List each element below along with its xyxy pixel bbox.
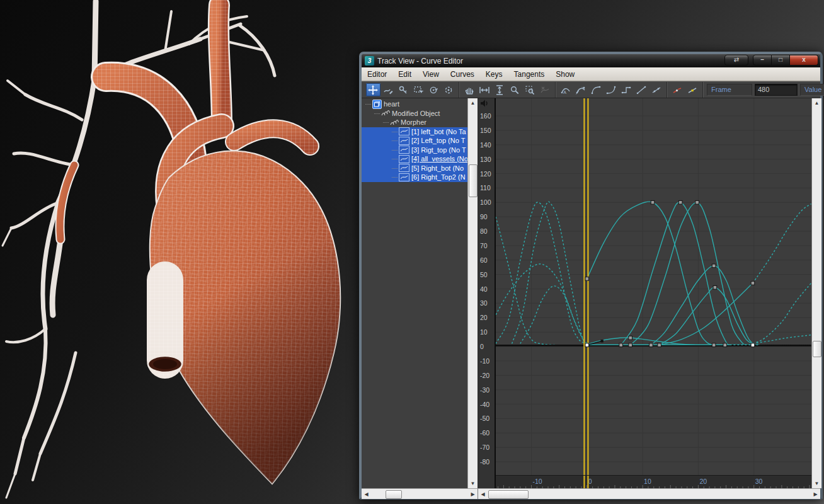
curve-scroll-thumb[interactable]	[813, 341, 821, 357]
tree-node[interactable]: [5] Right_bot (No	[362, 164, 467, 173]
move-keys-button[interactable]	[366, 83, 381, 96]
tree-node[interactable]: [6] Right_Top2 (N	[362, 173, 467, 182]
key[interactable]	[658, 343, 661, 347]
curve-solid-bell-3[interactable]	[631, 202, 747, 345]
mute-speaker-icon[interactable]	[480, 100, 489, 107]
pan-hand-button[interactable]	[462, 83, 477, 96]
menubar: EditorEditViewCurvesKeysTangentsShow	[362, 67, 820, 81]
unify-tangents-button[interactable]	[685, 83, 700, 96]
tree-node[interactable]: Modified Object	[362, 109, 467, 118]
scroll-right-arrow[interactable]: ▶	[468, 490, 478, 499]
tangent-handle[interactable]	[600, 340, 603, 342]
curve-vertical-scrollbar[interactable]: ▲ ▼	[811, 98, 821, 488]
menu-item-edit[interactable]: Edit	[392, 70, 417, 79]
menu-item-show[interactable]: Show	[550, 70, 580, 79]
key[interactable]	[619, 343, 623, 347]
break-tangents-button[interactable]	[670, 83, 685, 96]
tangent-smooth-button[interactable]	[649, 83, 664, 96]
value-axis-label: -70	[480, 444, 489, 451]
value-axis-label: 160	[480, 112, 491, 120]
scroll-right-arrow[interactable]: ▶	[811, 490, 820, 499]
cut-vessel-opening	[148, 280, 182, 372]
time-slider-line[interactable]	[587, 98, 588, 476]
tangent-spline-button[interactable]	[574, 83, 588, 96]
region-select-button[interactable]	[411, 83, 426, 96]
key[interactable]	[713, 285, 717, 289]
key[interactable]	[712, 343, 716, 347]
slide-keys-button[interactable]	[426, 83, 441, 96]
key[interactable]	[723, 343, 727, 347]
value-axis-label: 100	[480, 198, 491, 206]
draw-curves-button[interactable]	[381, 83, 396, 96]
scroll-up-arrow[interactable]: ▲	[812, 98, 821, 108]
time-slider-line[interactable]	[583, 98, 585, 476]
add-keys-button[interactable]	[396, 83, 411, 96]
tree-node[interactable]: [2] Left_top (No T	[362, 136, 467, 146]
key[interactable]	[751, 282, 755, 285]
scroll-left-arrow[interactable]: ◀	[478, 490, 488, 499]
tree-node[interactable]: [3] Rigt_top (No T	[362, 146, 467, 155]
tangent-fast-button[interactable]	[589, 83, 604, 96]
key[interactable]	[629, 343, 632, 347]
curve-plot-area[interactable]: -100102030	[495, 98, 811, 488]
tree-node[interactable]: [4] all_vessels (No	[362, 154, 467, 164]
menu-item-editor[interactable]: Editor	[362, 70, 392, 79]
titlebar[interactable]: 3 Track View - Curve Editor ⇄ – □ x	[362, 54, 820, 67]
zoom-horizontal-extents-button[interactable]	[478, 83, 492, 96]
menu-item-keys[interactable]: Keys	[480, 70, 508, 79]
toggle-layout-button[interactable]: ⇄	[724, 55, 748, 66]
tangent-slow-button[interactable]	[604, 83, 619, 96]
tree-node[interactable]: Morpher	[362, 118, 467, 127]
tree-vertical-scrollbar[interactable]: ▲ ▼	[467, 98, 478, 488]
curve-dashed-rise-1[interactable]	[753, 204, 811, 284]
key[interactable]	[585, 277, 589, 281]
key[interactable]	[712, 264, 716, 268]
minimize-button[interactable]: –	[753, 55, 772, 66]
curve-dashed-bell-2[interactable]	[512, 202, 587, 344]
key-selected[interactable]	[751, 343, 755, 347]
key-selected[interactable]	[585, 343, 589, 347]
curve-hscroll-thumb[interactable]	[488, 490, 529, 499]
frame-input[interactable]: 480	[755, 84, 798, 96]
tangent-linear-button[interactable]	[634, 83, 649, 96]
value-axis-label: 50	[480, 271, 488, 278]
tree-node[interactable]: heart	[362, 100, 467, 109]
maximize-button[interactable]: □	[772, 55, 790, 66]
curve-dashed-fall[interactable]	[496, 217, 587, 345]
key[interactable]	[651, 200, 655, 204]
curve-horizontal-scrollbar[interactable]: ◀ ▶	[478, 488, 820, 499]
curve-solid-bell-1[interactable]	[587, 202, 715, 345]
zoom-button[interactable]	[508, 83, 522, 96]
tree-scroll-thumb[interactable]	[469, 164, 478, 197]
scroll-left-arrow[interactable]: ◀	[362, 490, 371, 499]
tangent-auto-button[interactable]: A	[559, 83, 573, 96]
scroll-down-arrow[interactable]: ▼	[812, 479, 821, 488]
isolate-curve-button[interactable]	[538, 83, 552, 96]
menu-item-view[interactable]: View	[417, 70, 445, 79]
curves-canvas[interactable]	[496, 98, 811, 476]
value-axis-label: 150	[480, 127, 491, 134]
scroll-up-arrow[interactable]: ▲	[468, 98, 478, 108]
key[interactable]	[629, 336, 632, 340]
tangent-step-button[interactable]	[619, 83, 634, 96]
curve-dashed-bell-4[interactable]	[520, 286, 585, 344]
tree-hscroll-thumb[interactable]	[386, 490, 402, 499]
menu-item-curves[interactable]: Curves	[445, 70, 480, 79]
key[interactable]	[678, 200, 682, 204]
key[interactable]	[649, 343, 653, 347]
curve-dashed-bell-1[interactable]	[496, 202, 587, 343]
tree-node[interactable]: [1] left_bot (No Ta	[362, 127, 467, 137]
tree-horizontal-scrollbar[interactable]: ◀ ▶	[362, 488, 478, 499]
curve-dashed-rise-2[interactable]	[753, 283, 811, 343]
zoom-value-extents-button[interactable]	[493, 83, 507, 96]
close-button[interactable]: x	[790, 55, 818, 66]
menu-item-tangents[interactable]: Tangents	[508, 70, 551, 79]
zoom-region-button[interactable]	[523, 83, 537, 96]
curve-dashed-rise-3[interactable]	[753, 335, 811, 344]
scroll-down-arrow[interactable]: ▼	[468, 479, 478, 488]
scale-keys-button[interactable]	[442, 83, 456, 96]
key[interactable]	[695, 200, 699, 204]
curve-solid-bell-4[interactable]	[651, 266, 753, 345]
curve-solid-bell-2[interactable]	[621, 202, 732, 345]
time-ruler[interactable]: -100102030	[496, 475, 811, 488]
